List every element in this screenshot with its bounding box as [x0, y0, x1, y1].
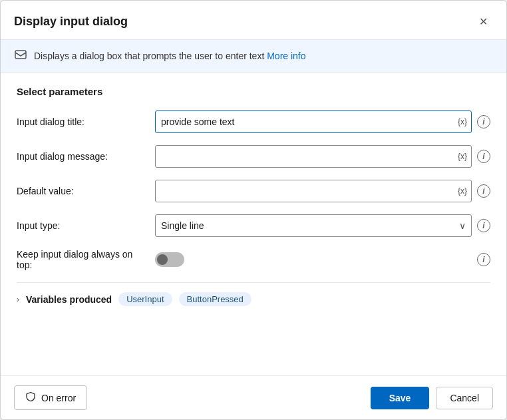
dialog-title: Display input dialog: [14, 15, 128, 29]
save-button[interactable]: Save: [371, 387, 430, 409]
input-type-select-wrapper[interactable]: Single line Multi line Password ∨: [155, 214, 472, 237]
variables-produced-row: › Variables produced UserInput ButtonPre…: [17, 282, 490, 315]
label-input-type: Input type:: [17, 220, 150, 231]
info-icon-input-type[interactable]: i: [477, 219, 490, 232]
input-dialog-title-field[interactable]: {x}: [155, 110, 472, 133]
on-error-label: On error: [41, 393, 76, 403]
info-banner: Displays a dialog box that prompts the u…: [1, 40, 506, 73]
footer-actions: Save Cancel: [371, 387, 493, 409]
label-input-dialog-message: Input dialog message:: [17, 151, 150, 162]
field-input-dialog-title: Input dialog title: {x} i: [17, 110, 490, 133]
control-wrapper-default: {x} i: [155, 180, 490, 202]
section-title: Select parameters: [17, 86, 490, 97]
control-wrapper-title: {x} i: [155, 110, 490, 133]
variable-badge-userinput[interactable]: UserInput: [118, 292, 172, 306]
shield-icon: [25, 391, 36, 404]
banner-text: Displays a dialog box that prompts the u…: [34, 51, 306, 61]
more-info-link[interactable]: More info: [267, 51, 305, 61]
variables-chevron-icon[interactable]: ›: [17, 295, 19, 304]
message-icon: [14, 48, 27, 64]
default-value-input[interactable]: [161, 186, 466, 196]
cancel-button[interactable]: Cancel: [436, 387, 493, 409]
dialog-body: Select parameters Input dialog title: {x…: [1, 73, 506, 375]
toggle-thumb: [157, 254, 168, 265]
label-input-dialog-title: Input dialog title:: [17, 116, 150, 127]
input-dialog-title-input[interactable]: [161, 116, 466, 127]
svg-rect-0: [15, 51, 26, 59]
info-icon-message[interactable]: i: [477, 150, 490, 163]
field-input-dialog-message: Input dialog message: {x} i: [17, 145, 490, 168]
toggle-track: [155, 252, 184, 267]
field-default-value: Default value: {x} i: [17, 180, 490, 202]
display-input-dialog: Display input dialog ✕ Displays a dialog…: [0, 0, 507, 420]
keep-on-top-toggle[interactable]: [155, 252, 184, 267]
info-icon-keep-on-top[interactable]: i: [477, 253, 490, 266]
control-wrapper-input-type: Single line Multi line Password ∨ i: [155, 214, 490, 237]
input-dialog-message-field[interactable]: {x}: [155, 145, 472, 168]
label-keep-on-top: Keep input dialog always on top:: [17, 249, 150, 270]
field-keep-on-top: Keep input dialog always on top: i: [17, 249, 490, 270]
variables-label: Variables produced: [26, 294, 112, 305]
on-error-button[interactable]: On error: [14, 385, 87, 410]
close-icon: ✕: [479, 15, 488, 28]
info-icon-default[interactable]: i: [477, 184, 490, 198]
field-input-type: Input type: Single line Multi line Passw…: [17, 214, 490, 237]
input-type-select[interactable]: Single line Multi line Password: [161, 220, 466, 231]
input-dialog-message-input[interactable]: [161, 151, 466, 162]
label-default-value: Default value:: [17, 186, 150, 196]
variable-badge-buttonpressed[interactable]: ButtonPressed: [179, 292, 252, 306]
dialog-header: Display input dialog ✕: [1, 1, 506, 40]
close-button[interactable]: ✕: [473, 11, 493, 31]
info-icon-title[interactable]: i: [477, 115, 490, 128]
dialog-footer: On error Save Cancel: [1, 375, 506, 419]
control-wrapper-message: {x} i: [155, 145, 490, 168]
control-wrapper-keep-on-top: i: [155, 252, 490, 267]
default-value-field[interactable]: {x}: [155, 180, 472, 202]
